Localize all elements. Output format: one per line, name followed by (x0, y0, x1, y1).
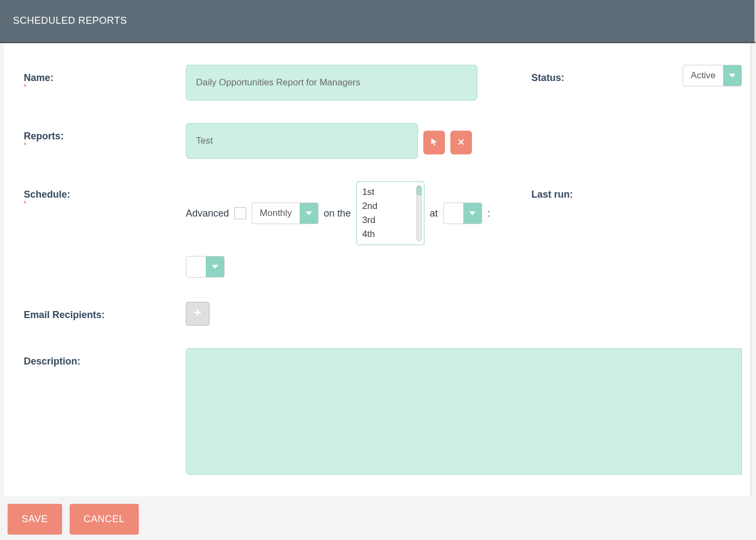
at-text: at (430, 208, 438, 219)
label-schedule: Schedule: (24, 181, 186, 200)
frequency-select[interactable]: Monthly (252, 202, 319, 224)
hour-select[interactable] (443, 202, 482, 224)
status-select[interactable]: Active (683, 65, 742, 86)
label-status: Status: (521, 65, 683, 84)
scrollbar-thumb[interactable] (417, 186, 421, 195)
label-name: Name: (24, 65, 186, 84)
status-value: Active (683, 65, 723, 86)
minute-value (186, 256, 206, 277)
label-description: Description: (24, 348, 186, 367)
advanced-checkbox[interactable] (234, 207, 246, 219)
list-item[interactable]: 1st (362, 185, 418, 199)
description-input[interactable] (186, 348, 742, 475)
select-report-button[interactable] (423, 131, 445, 154)
time-colon: : (488, 208, 490, 219)
label-reports: Reports: (24, 123, 186, 142)
reports-input[interactable]: Test (186, 123, 418, 159)
list-item[interactable]: 3rd (362, 213, 418, 227)
advanced-label: Advanced (186, 208, 229, 219)
action-bar: SAVE CANCEL (0, 496, 756, 540)
day-of-month-listbox[interactable]: 1st 2nd 3rd 4th (356, 181, 424, 245)
minute-select[interactable] (186, 256, 225, 278)
cancel-button[interactable]: CANCEL (70, 504, 139, 535)
name-input-value: Daily Opportunities Report for Managers (196, 77, 360, 87)
label-email-recipients: Email Recipients: (24, 302, 186, 321)
clear-report-button[interactable] (450, 131, 472, 154)
on-the-text: on the (324, 208, 351, 219)
name-input[interactable]: Daily Opportunities Report for Managers (186, 65, 477, 100)
frequency-value: Monthly (252, 203, 300, 224)
reports-input-value: Test (196, 136, 213, 146)
page-header: SCHEDULED REPORTS (0, 0, 756, 43)
listbox-scrollbar[interactable] (416, 185, 422, 241)
add-recipient-button[interactable] (186, 302, 210, 326)
hour-value (444, 203, 463, 224)
label-last-run: Last run: (521, 181, 683, 200)
save-button[interactable]: SAVE (8, 504, 62, 535)
close-icon (457, 138, 465, 148)
chevron-down-icon[interactable] (723, 65, 741, 86)
plus-icon (193, 308, 202, 319)
list-item[interactable]: 2nd (362, 199, 418, 213)
cursor-arrow-icon (430, 138, 438, 148)
chevron-down-icon[interactable] (206, 256, 224, 277)
list-item[interactable]: 4th (362, 227, 418, 241)
chevron-down-icon[interactable] (463, 203, 482, 224)
page-title: SCHEDULED REPORTS (13, 15, 127, 26)
form-panel: Name: Daily Opportunities Report for Man… (4, 43, 752, 496)
chevron-down-icon[interactable] (300, 203, 318, 224)
